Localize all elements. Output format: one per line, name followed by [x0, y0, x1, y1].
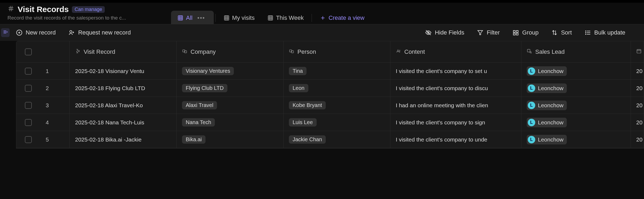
page-subtitle: Record the visit records of the salesper…	[7, 15, 168, 21]
separator	[215, 14, 216, 22]
more-icon[interactable]: •••	[195, 14, 207, 21]
lead-name: Leonchow	[538, 68, 564, 74]
plus-icon	[320, 15, 326, 21]
person-chip[interactable]: Jackie Chan	[289, 135, 326, 144]
lead-chip[interactable]: L Leonchow	[527, 83, 567, 93]
table-row[interactable]: 1 2025-02-18 Visionary Ventu Visionary V…	[16, 63, 644, 80]
col-sales-lead[interactable]: Sales Lead	[521, 41, 631, 62]
table-row[interactable]: 3 2025-02-18 Alaxi Travel-Ko Alaxi Trave…	[16, 97, 644, 114]
lead-chip[interactable]: L Leonchow	[527, 118, 567, 127]
lead-chip[interactable]: L Leonchow	[527, 101, 567, 110]
grid-icon	[177, 15, 183, 21]
request-new-label: Request new record	[78, 29, 131, 36]
new-record-button[interactable]: New record	[16, 29, 56, 36]
company-chip[interactable]: Flying Club LTD	[182, 84, 227, 92]
cell-company[interactable]: Visionary Ventures	[177, 63, 284, 79]
cell-company[interactable]: Bika.ai	[177, 131, 284, 148]
cell-sales-lead[interactable]: L Leonchow	[521, 63, 631, 79]
request-new-record-button[interactable]: Request new record	[68, 29, 131, 36]
cell-person[interactable]: Kobe Bryant	[284, 97, 390, 114]
cell-company[interactable]: Alaxi Travel	[177, 97, 284, 114]
lead-chip[interactable]: L Leonchow	[527, 66, 567, 76]
link-icon	[289, 48, 294, 55]
person-chip[interactable]: Tina	[289, 67, 307, 75]
row-checkbox[interactable]	[25, 136, 32, 143]
bulk-update-button[interactable]: Bulk update	[585, 29, 625, 36]
toolbar: New record Request new record Hide Field…	[0, 24, 644, 41]
cell-sales-lead[interactable]: L Leonchow	[521, 97, 631, 114]
cell-sales-lead[interactable]: L Leonchow	[521, 114, 631, 131]
cell-extra[interactable]: 20	[631, 131, 644, 148]
cell-company[interactable]: Nana Tech	[177, 114, 284, 131]
cell-visit-record[interactable]: 2025-02-18 Nana Tech-Luis	[70, 114, 177, 131]
row-index: 4	[40, 114, 70, 131]
cell-sales-lead[interactable]: L Leonchow	[521, 131, 631, 148]
sort-icon	[551, 29, 558, 36]
view-tab-my-visits[interactable]: My visits	[217, 11, 261, 25]
view-tab-this-week[interactable]: This Week	[261, 11, 310, 25]
view-tab-all[interactable]: All •••	[171, 11, 214, 25]
hide-fields-button[interactable]: Hide Fields	[425, 29, 464, 36]
cell-extra[interactable]: 20	[631, 97, 644, 114]
table-row[interactable]: 5 2025-02-18 Bika.ai -Jackie Bika.ai Jac…	[16, 131, 644, 148]
row-checkbox[interactable]	[25, 102, 32, 109]
expand-sidebar-button[interactable]	[1, 28, 10, 37]
svg-rect-9	[224, 16, 229, 20]
col-label: Sales Lead	[535, 48, 565, 55]
hide-fields-label: Hide Fields	[435, 29, 464, 36]
cell-person[interactable]: Jackie Chan	[284, 131, 390, 148]
cell-extra[interactable]: 20	[631, 114, 644, 131]
person-chip[interactable]: Leon	[289, 84, 308, 92]
cell-content[interactable]: I visited the client's company to discu	[390, 80, 521, 97]
row-checkbox[interactable]	[25, 68, 32, 75]
sort-button[interactable]: Sort	[551, 29, 572, 36]
cell-content[interactable]: I visited the client's company to set u	[390, 63, 521, 79]
row-index: 2	[40, 80, 70, 97]
company-chip[interactable]: Nana Tech	[182, 118, 215, 127]
col-content[interactable]: Content	[390, 41, 521, 62]
cell-visit-record[interactable]: 2025-02-18 Bika.ai -Jackie	[70, 131, 177, 148]
person-chip[interactable]: Kobe Bryant	[289, 101, 326, 109]
cell-content[interactable]: I had an online meeting with the clien	[390, 97, 521, 114]
cell-content[interactable]: I visited the client's company to unde	[390, 131, 521, 148]
svg-line-54	[531, 53, 532, 53]
cell-content[interactable]: I visited the client's company to sign	[390, 114, 521, 131]
company-chip[interactable]: Visionary Ventures	[182, 67, 234, 75]
cell-visit-record[interactable]: 2025-02-18 Flying Club LTD	[70, 80, 177, 97]
cell-extra[interactable]: 20	[631, 80, 644, 97]
view-tab-label: This Week	[276, 14, 304, 21]
col-company[interactable]: Company	[177, 41, 284, 62]
group-button[interactable]: Group	[513, 29, 538, 36]
bulk-update-label: Bulk update	[594, 29, 625, 36]
row-index: 3	[40, 97, 70, 114]
person-chip[interactable]: Luis Lee	[289, 118, 317, 127]
filter-button[interactable]: Filter	[477, 29, 500, 36]
cell-sales-lead[interactable]: L Leonchow	[521, 80, 631, 97]
cell-visit-record[interactable]: 2025-02-18 Alaxi Travel-Ko	[70, 97, 177, 114]
cell-company[interactable]: Flying Club LTD	[177, 80, 284, 97]
company-chip[interactable]: Bika.ai	[182, 135, 205, 144]
table-row[interactable]: 4 2025-02-18 Nana Tech-Luis Nana Tech Lu…	[16, 114, 644, 131]
select-all-checkbox[interactable]	[25, 48, 32, 55]
table-row[interactable]: 2 2025-02-18 Flying Club LTD Flying Club…	[16, 80, 644, 97]
cell-person[interactable]: Tina	[284, 63, 390, 79]
lead-chip[interactable]: L Leonchow	[527, 135, 567, 144]
lookup-icon	[527, 48, 532, 55]
col-visit-record[interactable]: Visit Record	[70, 41, 177, 62]
create-view-button[interactable]: Create a view	[313, 11, 371, 25]
cell-person[interactable]: Leon	[284, 80, 390, 97]
permission-badge[interactable]: Can manage	[72, 6, 105, 13]
cell-person[interactable]: Luis Lee	[284, 114, 390, 131]
col-person[interactable]: Person	[284, 41, 390, 62]
col-extra[interactable]	[631, 41, 644, 62]
row-checkbox[interactable]	[25, 85, 32, 92]
view-tabs: All ••• My visits This Week Create a vie…	[171, 11, 371, 25]
cell-visit-record[interactable]: 2025-02-18 Visionary Ventu	[70, 63, 177, 79]
svg-point-27	[70, 30, 72, 33]
view-tab-label: My visits	[232, 14, 255, 21]
row-checkbox[interactable]	[25, 119, 32, 126]
hash-icon	[7, 5, 14, 14]
company-chip[interactable]: Alaxi Travel	[182, 101, 217, 109]
col-label: Company	[191, 48, 216, 55]
cell-extra[interactable]: 20	[631, 63, 644, 79]
